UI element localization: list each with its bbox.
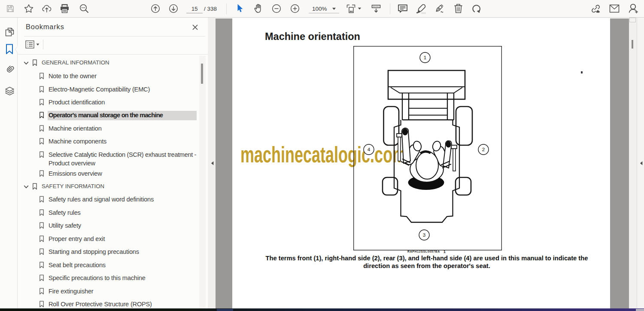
svg-text:1: 1	[424, 55, 426, 60]
svg-text:4: 4	[368, 147, 371, 152]
svg-text:3: 3	[423, 232, 425, 238]
svg-text:2: 2	[482, 147, 485, 152]
